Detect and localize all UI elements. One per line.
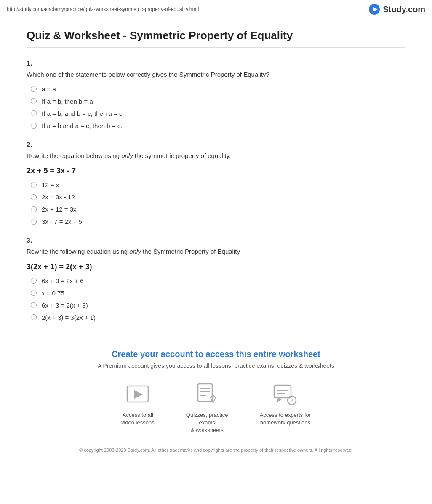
- question-1-text: Which one of the statements below correc…: [27, 70, 405, 80]
- radio-circle[interactable]: [31, 314, 37, 320]
- radio-circle[interactable]: [31, 110, 37, 116]
- question-1-number: 1.: [27, 60, 405, 67]
- option-label: a = a: [42, 86, 56, 93]
- list-item[interactable]: If a = b, then b = a: [31, 98, 405, 105]
- feature-expert: ? Access to experts forhomework question…: [260, 382, 311, 434]
- question-2-equation: 2x + 5 = 3x - 7: [27, 166, 405, 175]
- option-label: 2x = 3x - 12: [42, 193, 75, 201]
- question-2-options: 12 = x 2x = 3x - 12 2x + 12 = 3x 3x - 7 …: [31, 181, 405, 225]
- feature-video: Access to allvideo lessons: [121, 382, 155, 434]
- question-1-options: a = a If a = b, then b = a If a = b, and…: [31, 86, 405, 129]
- cta-subtitle: A Premium account gives you access to al…: [35, 362, 397, 369]
- video-icon: [125, 382, 150, 407]
- feature-expert-label: Access to experts forhomework questions: [260, 411, 311, 426]
- list-item[interactable]: If a = b, and b = c, then a = c.: [31, 110, 405, 117]
- cta-title: Create your account to access this entir…: [35, 349, 397, 359]
- question-3-equation: 3(2x + 1) = 2(x + 3): [27, 263, 405, 271]
- top-bar: http://study.com/academy/practice/quiz-w…: [0, 0, 432, 19]
- question-2-number: 2.: [27, 141, 405, 149]
- radio-circle[interactable]: [31, 219, 37, 225]
- logo-area: Study.com: [368, 3, 425, 15]
- radio-circle[interactable]: [31, 98, 37, 104]
- option-label: 2(x + 3) = 3(2x + 1): [42, 314, 96, 321]
- list-item[interactable]: 3x - 7 = 2x + 5: [31, 218, 405, 225]
- radio-circle[interactable]: [31, 206, 37, 212]
- question-3-number: 3.: [27, 237, 405, 244]
- svg-rect-9: [274, 385, 291, 398]
- cta-section: Create your account to access this entir…: [27, 334, 405, 463]
- question-2: 2. Rewrite the equation below using only…: [27, 141, 405, 225]
- url-bar: http://study.com/academy/practice/quiz-w…: [7, 6, 199, 12]
- radio-circle[interactable]: [31, 123, 37, 129]
- svg-rect-4: [198, 384, 212, 402]
- radio-circle[interactable]: [31, 290, 37, 296]
- list-item[interactable]: 2x + 12 = 3x: [31, 206, 405, 213]
- option-label: 6x + 3 = 2(x + 3): [42, 302, 88, 309]
- question-3: 3. Rewrite the following equation using …: [27, 237, 405, 321]
- page-title: Quiz & Worksheet - Symmetric Property of…: [27, 29, 405, 48]
- option-label: If a = b, and b = c, then a = c.: [42, 110, 124, 117]
- option-label: 2x + 12 = 3x: [42, 206, 77, 213]
- main-content: Quiz & Worksheet - Symmetric Property of…: [14, 19, 418, 480]
- list-item[interactable]: 6x + 3 = 2x + 6: [31, 277, 405, 284]
- svg-text:?: ?: [291, 398, 293, 404]
- option-label: If a = b and a = c, then b = c.: [42, 122, 122, 129]
- question-1: 1. Which one of the statements below cor…: [27, 60, 405, 129]
- list-item[interactable]: a = a: [31, 86, 405, 93]
- quiz-icon: [195, 382, 220, 407]
- feature-quiz-label: Quizzes, practice exams& worksheets: [180, 411, 235, 434]
- list-item[interactable]: x = 0.75: [31, 290, 405, 297]
- list-item[interactable]: 12 = x: [31, 181, 405, 188]
- option-label: x = 0.75: [42, 290, 64, 297]
- option-label: 6x + 3 = 2x + 6: [42, 277, 84, 284]
- radio-circle[interactable]: [31, 278, 37, 284]
- list-item[interactable]: If a = b and a = c, then b = c.: [31, 122, 405, 129]
- question-2-text: Rewrite the equation below using only th…: [27, 151, 405, 161]
- option-label: 3x - 7 = 2x + 5: [42, 218, 82, 225]
- features-row: Access to allvideo lessons Quizzes, prac…: [35, 382, 397, 434]
- svg-marker-10: [276, 398, 282, 403]
- question-3-options: 6x + 3 = 2x + 6 x = 0.75 6x + 3 = 2(x + …: [31, 277, 405, 321]
- radio-circle[interactable]: [31, 194, 37, 200]
- expert-icon: ?: [272, 382, 298, 407]
- feature-video-label: Access to allvideo lessons: [121, 411, 155, 426]
- feature-quiz: Quizzes, practice exams& worksheets: [180, 382, 235, 434]
- logo-text: Study.com: [383, 5, 425, 14]
- question-3-text: Rewrite the following equation using onl…: [27, 247, 405, 257]
- list-item[interactable]: 6x + 3 = 2(x + 3): [31, 302, 405, 309]
- study-logo-icon: [368, 3, 380, 15]
- option-label: 12 = x: [42, 181, 59, 188]
- list-item[interactable]: 2x = 3x - 12: [31, 193, 405, 201]
- list-item[interactable]: 2(x + 3) = 3(2x + 1): [31, 314, 405, 321]
- footer-text: © copyright 2003-2020 Study.com. All oth…: [35, 447, 397, 454]
- radio-circle[interactable]: [31, 182, 37, 188]
- option-label: If a = b, then b = a: [42, 98, 93, 105]
- svg-marker-3: [134, 390, 143, 399]
- radio-circle[interactable]: [31, 86, 37, 92]
- radio-circle[interactable]: [31, 302, 37, 308]
